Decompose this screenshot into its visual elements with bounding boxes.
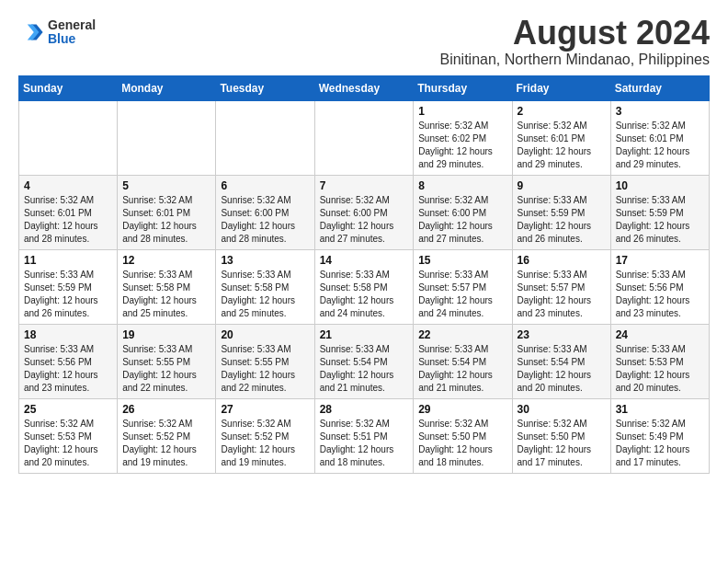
day-info: Sunrise: 5:33 AM Sunset: 5:53 PM Dayligh… (616, 343, 704, 395)
calendar-cell: 15Sunrise: 5:33 AM Sunset: 5:57 PM Dayli… (414, 249, 512, 324)
day-number: 29 (418, 403, 506, 416)
calendar-cell: 16Sunrise: 5:33 AM Sunset: 5:57 PM Dayli… (512, 249, 610, 324)
calendar-week-row: 1Sunrise: 5:32 AM Sunset: 6:02 PM Daylig… (19, 100, 710, 175)
day-info: Sunrise: 5:33 AM Sunset: 5:57 PM Dayligh… (518, 269, 606, 320)
day-info: Sunrise: 5:33 AM Sunset: 5:58 PM Dayligh… (221, 269, 309, 320)
day-info: Sunrise: 5:33 AM Sunset: 5:59 PM Dayligh… (24, 269, 112, 320)
day-number: 22 (418, 328, 506, 341)
day-number: 20 (221, 328, 309, 341)
day-info: Sunrise: 5:33 AM Sunset: 5:54 PM Dayligh… (518, 343, 606, 395)
calendar-cell: 12Sunrise: 5:33 AM Sunset: 5:58 PM Dayli… (118, 249, 216, 324)
day-number: 9 (518, 179, 606, 192)
day-number: 23 (518, 328, 606, 341)
calendar-table: SundayMondayTuesdayWednesdayThursdayFrid… (18, 75, 710, 474)
calendar-cell: 13Sunrise: 5:33 AM Sunset: 5:58 PM Dayli… (216, 249, 314, 324)
day-info: Sunrise: 5:32 AM Sunset: 6:01 PM Dayligh… (518, 120, 606, 171)
calendar-cell: 24Sunrise: 5:33 AM Sunset: 5:53 PM Dayli… (610, 324, 709, 398)
logo-text: General Blue (48, 18, 96, 47)
day-info: Sunrise: 5:32 AM Sunset: 5:50 PM Dayligh… (518, 418, 606, 469)
weekday-header-friday: Friday (512, 75, 610, 100)
day-info: Sunrise: 5:33 AM Sunset: 5:59 PM Dayligh… (616, 194, 704, 246)
day-number: 3 (616, 105, 704, 118)
day-info: Sunrise: 5:33 AM Sunset: 5:58 PM Dayligh… (320, 269, 409, 320)
calendar-cell: 23Sunrise: 5:33 AM Sunset: 5:54 PM Dayli… (512, 324, 610, 398)
weekday-header-thursday: Thursday (414, 75, 512, 100)
day-info: Sunrise: 5:33 AM Sunset: 5:55 PM Dayligh… (122, 343, 210, 395)
logo-general-label: General (48, 18, 96, 32)
day-info: Sunrise: 5:32 AM Sunset: 5:52 PM Dayligh… (221, 418, 309, 469)
day-info: Sunrise: 5:32 AM Sunset: 6:01 PM Dayligh… (616, 120, 704, 171)
day-info: Sunrise: 5:32 AM Sunset: 6:02 PM Dayligh… (418, 120, 506, 171)
day-number: 28 (320, 403, 409, 416)
day-number: 16 (518, 254, 606, 267)
page-header: General Blue August 2024 Binitinan, Nort… (18, 15, 710, 68)
calendar-cell: 21Sunrise: 5:33 AM Sunset: 5:54 PM Dayli… (314, 324, 414, 398)
calendar-cell: 27Sunrise: 5:32 AM Sunset: 5:52 PM Dayli… (216, 398, 314, 473)
day-info: Sunrise: 5:33 AM Sunset: 5:57 PM Dayligh… (418, 269, 506, 320)
day-number: 6 (221, 179, 309, 192)
logo: General Blue (18, 18, 96, 47)
calendar-week-row: 18Sunrise: 5:33 AM Sunset: 5:56 PM Dayli… (19, 324, 710, 398)
logo-icon (18, 19, 44, 45)
calendar-cell: 29Sunrise: 5:32 AM Sunset: 5:50 PM Dayli… (414, 398, 512, 473)
calendar-week-row: 11Sunrise: 5:33 AM Sunset: 5:59 PM Dayli… (19, 249, 710, 324)
calendar-cell (118, 100, 216, 175)
day-number: 13 (221, 254, 309, 267)
calendar-week-row: 4Sunrise: 5:32 AM Sunset: 6:01 PM Daylig… (19, 175, 710, 249)
day-info: Sunrise: 5:33 AM Sunset: 5:59 PM Dayligh… (518, 194, 606, 246)
day-info: Sunrise: 5:32 AM Sunset: 6:01 PM Dayligh… (122, 194, 210, 246)
day-number: 7 (320, 179, 409, 192)
day-number: 8 (418, 179, 506, 192)
calendar-cell: 25Sunrise: 5:32 AM Sunset: 5:53 PM Dayli… (19, 398, 118, 473)
logo-blue-label: Blue (48, 32, 96, 46)
day-info: Sunrise: 5:33 AM Sunset: 5:54 PM Dayligh… (320, 343, 409, 395)
day-info: Sunrise: 5:33 AM Sunset: 5:54 PM Dayligh… (418, 343, 506, 395)
day-info: Sunrise: 5:32 AM Sunset: 6:01 PM Dayligh… (24, 194, 112, 246)
calendar-cell: 5Sunrise: 5:32 AM Sunset: 6:01 PM Daylig… (118, 175, 216, 249)
calendar-cell (216, 100, 314, 175)
weekday-header-wednesday: Wednesday (314, 75, 414, 100)
weekday-header-monday: Monday (118, 75, 216, 100)
calendar-cell: 7Sunrise: 5:32 AM Sunset: 6:00 PM Daylig… (314, 175, 414, 249)
location-subtitle: Binitinan, Northern Mindanao, Philippine… (439, 52, 710, 68)
day-info: Sunrise: 5:32 AM Sunset: 6:00 PM Dayligh… (418, 194, 506, 246)
calendar-cell: 19Sunrise: 5:33 AM Sunset: 5:55 PM Dayli… (118, 324, 216, 398)
day-number: 19 (122, 328, 210, 341)
day-info: Sunrise: 5:33 AM Sunset: 5:56 PM Dayligh… (24, 343, 112, 395)
month-year-title: August 2024 (439, 15, 710, 52)
weekday-header-tuesday: Tuesday (216, 75, 314, 100)
day-number: 4 (24, 179, 112, 192)
calendar-cell: 10Sunrise: 5:33 AM Sunset: 5:59 PM Dayli… (610, 175, 709, 249)
calendar-cell: 11Sunrise: 5:33 AM Sunset: 5:59 PM Dayli… (19, 249, 118, 324)
calendar-cell: 30Sunrise: 5:32 AM Sunset: 5:50 PM Dayli… (512, 398, 610, 473)
day-number: 24 (616, 328, 704, 341)
calendar-cell: 9Sunrise: 5:33 AM Sunset: 5:59 PM Daylig… (512, 175, 610, 249)
weekday-header-row: SundayMondayTuesdayWednesdayThursdayFrid… (19, 75, 710, 100)
day-info: Sunrise: 5:32 AM Sunset: 5:53 PM Dayligh… (24, 418, 112, 469)
day-number: 10 (616, 179, 704, 192)
day-number: 31 (616, 403, 704, 416)
day-info: Sunrise: 5:33 AM Sunset: 5:56 PM Dayligh… (616, 269, 704, 320)
calendar-cell: 1Sunrise: 5:32 AM Sunset: 6:02 PM Daylig… (414, 100, 512, 175)
title-section: August 2024 Binitinan, Northern Mindanao… (439, 15, 710, 68)
day-info: Sunrise: 5:32 AM Sunset: 6:00 PM Dayligh… (320, 194, 409, 246)
calendar-cell (314, 100, 414, 175)
calendar-cell: 31Sunrise: 5:32 AM Sunset: 5:49 PM Dayli… (610, 398, 709, 473)
calendar-cell: 28Sunrise: 5:32 AM Sunset: 5:51 PM Dayli… (314, 398, 414, 473)
calendar-cell: 14Sunrise: 5:33 AM Sunset: 5:58 PM Dayli… (314, 249, 414, 324)
day-number: 21 (320, 328, 409, 341)
day-info: Sunrise: 5:32 AM Sunset: 5:49 PM Dayligh… (616, 418, 704, 469)
day-number: 5 (122, 179, 210, 192)
day-number: 25 (24, 403, 112, 416)
day-number: 26 (122, 403, 210, 416)
calendar-cell: 3Sunrise: 5:32 AM Sunset: 6:01 PM Daylig… (610, 100, 709, 175)
weekday-header-saturday: Saturday (610, 75, 709, 100)
calendar-cell: 18Sunrise: 5:33 AM Sunset: 5:56 PM Dayli… (19, 324, 118, 398)
calendar-cell: 2Sunrise: 5:32 AM Sunset: 6:01 PM Daylig… (512, 100, 610, 175)
calendar-cell (19, 100, 118, 175)
calendar-cell: 4Sunrise: 5:32 AM Sunset: 6:01 PM Daylig… (19, 175, 118, 249)
calendar-cell: 20Sunrise: 5:33 AM Sunset: 5:55 PM Dayli… (216, 324, 314, 398)
calendar-cell: 8Sunrise: 5:32 AM Sunset: 6:00 PM Daylig… (414, 175, 512, 249)
day-number: 2 (518, 105, 606, 118)
calendar-cell: 17Sunrise: 5:33 AM Sunset: 5:56 PM Dayli… (610, 249, 709, 324)
